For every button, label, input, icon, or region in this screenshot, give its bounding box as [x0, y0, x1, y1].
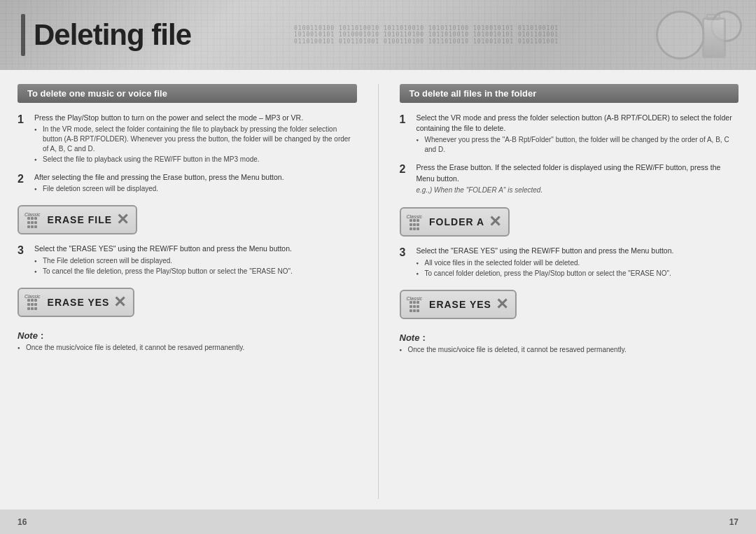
right-step-3-number: 3: [400, 246, 411, 279]
right-section-header: To delete all files in the folder: [400, 84, 739, 103]
right-step-1-number: 1: [400, 113, 411, 155]
right-display-1-wrapper: Classic FOLDER A ✕: [400, 204, 739, 240]
right-page-number: 17: [729, 517, 738, 527]
left-step-3-bullet-1: The File deletion screen will be display…: [34, 256, 357, 266]
left-display-2-wrapper: Classic ERASE YES ✕: [18, 284, 357, 321]
column-divider: [378, 84, 379, 499]
left-note-item-1: Once the music/voice file is deleted, it…: [18, 343, 357, 353]
left-display-erase-yes: Classic ERASE YES ✕: [18, 288, 134, 317]
left-step-1-bullets: In the VR mode, select the folder contai…: [34, 125, 357, 164]
page-title: Deleting file: [34, 18, 191, 52]
right-note-list: Once the music/voice file is deleted, it…: [400, 345, 739, 355]
left-note-list: Once the music/voice file is deleted, it…: [18, 343, 357, 353]
left-step-3-content: Select the "ERASE YES" using the REW/FF …: [34, 244, 357, 276]
right-step-1-bullet-1: Whenever you press the "A-B Rpt/Folder" …: [416, 135, 739, 155]
left-display-2-brand: Classic: [24, 294, 41, 299]
left-display-1-right: ✕: [116, 211, 129, 229]
right-step-3-text: Select the "ERASE YES" using the REW/FF …: [416, 246, 674, 255]
right-display-2-icons: Classic: [407, 296, 423, 312]
header-accent-bar: [21, 14, 25, 56]
right-step-2-example: e.g.,) When the "FOLDER A" is selected.: [416, 185, 739, 196]
right-display-erase-yes: Classic ERASE YES ✕: [400, 290, 517, 319]
right-column: To delete all files in the folder 1 Sele…: [400, 84, 739, 499]
right-step-2-text: Press the Erase button. If the selected …: [416, 163, 721, 182]
right-step-3-bullet-1: All voice files in the selected folder w…: [416, 258, 739, 268]
header-decoration: [656, 0, 742, 70]
right-display-2-cross-icon: ✕: [496, 295, 508, 313]
right-note-item-1: Once the music/voice file is deleted, it…: [400, 345, 739, 355]
left-step-2-bullets: File deletion screen will be displayed.: [34, 184, 357, 194]
left-display-1-cross-icon: ✕: [116, 211, 129, 228]
left-display-1-wrapper: Classic ERASE FILE ✕: [18, 202, 357, 238]
right-step-3-content: Select the "ERASE YES" using the REW/FF …: [416, 246, 739, 279]
main-content: To delete one music or voice file 1 Pres…: [0, 70, 756, 510]
left-display-1-icons: Classic: [24, 212, 41, 228]
left-step-3-number: 3: [18, 244, 29, 276]
header-digital-pattern: 0100110100 1011010010 1011010010 1010110…: [294, 0, 644, 70]
decoration-circles: [656, 10, 742, 59]
left-step-1: 1 Press the Play/Stop button to turn on …: [18, 113, 357, 165]
left-step-3-text: Select the "ERASE YES" using the REW/FF …: [34, 244, 292, 253]
left-step-1-number: 1: [18, 113, 29, 165]
right-step-2: 2 Press the Erase button. If the selecte…: [400, 162, 739, 197]
left-step-3: 3 Select the "ERASE YES" using the REW/F…: [18, 244, 357, 276]
left-step-2-number: 2: [18, 172, 29, 195]
right-display-1-right: ✕: [489, 213, 501, 231]
right-display-1-brand: Classic: [407, 214, 423, 219]
deco-circle-1: [656, 10, 705, 59]
left-step-2-text: After selecting the file and pressing th…: [34, 173, 284, 181]
right-display-1-dots: [410, 219, 419, 230]
left-display-2-icons: Classic: [24, 294, 41, 310]
right-display-2-brand: Classic: [407, 296, 423, 301]
left-note-title: Note :: [18, 330, 357, 341]
left-display-2-label: ERASE YES: [45, 297, 110, 308]
right-display-1-cross-icon: ✕: [489, 213, 501, 230]
battery-icon: [700, 14, 724, 56]
left-step-1-text: Press the Play/Stop button to turn on th…: [34, 113, 303, 122]
right-step-1-content: Select the VR mode and press the folder …: [416, 113, 739, 155]
left-note: Note : Once the music/voice file is dele…: [18, 330, 357, 353]
page-header: Deleting file 0100110100 1011010010 1011…: [0, 0, 756, 70]
left-display-erase-file: Classic ERASE FILE ✕: [18, 205, 137, 234]
right-display-1-label: FOLDER A: [426, 216, 484, 227]
left-display-2-cross-icon: ✕: [113, 293, 126, 311]
right-step-1-text: Select the VR mode and press the folder …: [416, 113, 732, 132]
left-step-1-bullet-2: Select the file to playback using the RE…: [34, 155, 357, 164]
left-column: To delete one music or voice file 1 Pres…: [18, 84, 357, 499]
left-step-2: 2 After selecting the file and pressing …: [18, 172, 357, 195]
left-step-3-bullet-2: To cancel the file deletion, press the P…: [34, 267, 357, 276]
left-step-3-bullets: The File deletion screen will be display…: [34, 256, 357, 276]
right-step-3-bullets: All voice files in the selected folder w…: [416, 258, 739, 279]
left-display-2-right: ✕: [113, 293, 126, 311]
right-display-folder-a: Classic FOLDER A ✕: [400, 207, 510, 237]
left-section-header: To delete one music or voice file: [18, 84, 357, 103]
right-step-2-number: 2: [400, 162, 411, 197]
left-page-number: 16: [18, 517, 27, 527]
right-display-2-dots: [410, 301, 419, 312]
right-display-2-label: ERASE YES: [426, 299, 491, 310]
right-step-1-bullets: Whenever you press the "A-B Rpt/Folder" …: [416, 135, 739, 155]
left-step-1-content: Press the Play/Stop button to turn on th…: [34, 113, 357, 165]
left-step-2-bullet-1: File deletion screen will be displayed.: [34, 184, 357, 194]
left-display-1-label: ERASE FILE: [45, 214, 112, 225]
right-step-3-bullet-2: To cancel folder deletion, press the Pla…: [416, 269, 739, 279]
right-note-title: Note :: [400, 332, 739, 343]
left-display-2-dots: [27, 299, 37, 310]
right-display-1-icons: Classic: [407, 214, 423, 230]
page-footer: 16 17: [0, 510, 756, 534]
left-step-1-bullet-1: In the VR mode, select the folder contai…: [34, 125, 357, 154]
right-display-2-right: ✕: [496, 295, 508, 314]
right-display-2-wrapper: Classic ERASE YES ✕: [400, 286, 739, 323]
left-step-2-content: After selecting the file and pressing th…: [34, 172, 357, 195]
left-display-1-brand: Classic: [24, 212, 41, 217]
right-step-3: 3 Select the "ERASE YES" using the REW/F…: [400, 246, 739, 279]
left-display-1-dots: [27, 217, 37, 228]
right-note: Note : Once the music/voice file is dele…: [400, 332, 739, 355]
right-step-1: 1 Select the VR mode and press the folde…: [400, 113, 739, 155]
right-step-2-content: Press the Erase button. If the selected …: [416, 162, 739, 197]
